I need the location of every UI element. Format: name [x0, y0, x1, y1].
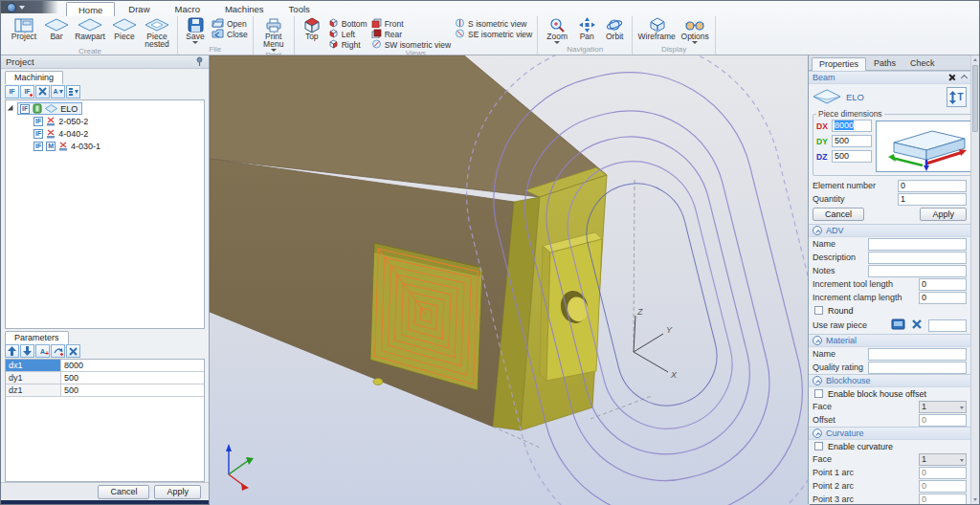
- tab-macro[interactable]: Macro: [164, 2, 212, 16]
- blockhouse-face-select[interactable]: 1: [919, 401, 967, 413]
- blockhouse-face-label: Face: [813, 402, 919, 411]
- enable-curvature-checkbox[interactable]: [814, 442, 823, 450]
- point2-arc-input[interactable]: 0: [919, 480, 967, 493]
- delete-if-icon[interactable]: IF: [20, 85, 34, 99]
- tree-node-child[interactable]: IF M 4-030-1: [6, 140, 204, 152]
- dx-input[interactable]: 8000: [832, 120, 872, 132]
- tree-node-child[interactable]: IF 2-050-2: [6, 115, 204, 127]
- tree-node-child[interactable]: IF 4-040-2: [6, 127, 204, 140]
- save-button[interactable]: Save: [181, 16, 210, 44]
- blockhouse-section-header[interactable]: Blockhouse: [809, 374, 970, 387]
- scroll-up-icon[interactable]: [971, 55, 979, 64]
- dy-input[interactable]: 500: [832, 135, 872, 147]
- view-se-isometric-button[interactable]: SE isometric view: [453, 29, 534, 39]
- apply-button[interactable]: Apply: [154, 485, 201, 499]
- move-down-icon[interactable]: [20, 344, 34, 358]
- increment-tool-length-input[interactable]: 0: [919, 278, 967, 291]
- delete-all-icon[interactable]: [35, 85, 50, 99]
- view-left-button[interactable]: Left: [326, 29, 369, 39]
- options-button[interactable]: Options: [678, 16, 712, 44]
- ribbon-body: Project Bar Rawpart: [1, 16, 979, 55]
- tab-machining[interactable]: Machining: [5, 71, 63, 84]
- tab-draw[interactable]: Draw: [117, 2, 161, 16]
- curvature-face-select[interactable]: 1: [919, 453, 967, 466]
- piece-nested-button[interactable]: Piece nested: [140, 16, 174, 48]
- curvature-section-header[interactable]: Curvature: [809, 427, 970, 440]
- pin-icon[interactable]: [195, 56, 204, 68]
- cancel-button[interactable]: Cancel: [98, 485, 149, 499]
- add-parameter-icon[interactable]: A+: [35, 344, 50, 358]
- increment-clamp-length-input[interactable]: 0: [919, 292, 967, 304]
- save-button-label: Save: [186, 33, 204, 40]
- point1-arc-input[interactable]: 0: [919, 467, 967, 479]
- orbit-button[interactable]: Orbit: [600, 16, 629, 40]
- parameter-row[interactable]: dx1 8000: [6, 360, 204, 372]
- parameter-row[interactable]: dy1 500: [6, 372, 204, 384]
- dz-input[interactable]: 500: [832, 150, 872, 163]
- material-name-input[interactable]: [868, 348, 967, 361]
- raw-piece-input[interactable]: [928, 319, 967, 332]
- notes-input[interactable]: [868, 265, 967, 277]
- apply-button[interactable]: Apply: [920, 208, 967, 221]
- tree-expander-icon[interactable]: [8, 104, 15, 112]
- rawpart-button[interactable]: Rawpart: [71, 16, 109, 40]
- element-number-input[interactable]: 0: [898, 180, 967, 192]
- collapse-chevron-icon[interactable]: [961, 74, 968, 80]
- sort-ascending-icon[interactable]: A: [51, 85, 65, 99]
- scrollbar-thumb[interactable]: [972, 65, 978, 132]
- tab-home[interactable]: Home: [66, 2, 115, 16]
- view-top-button[interactable]: Top: [298, 16, 326, 40]
- insert-if-icon[interactable]: IF: [5, 85, 19, 99]
- piece-button[interactable]: Piece: [109, 16, 140, 40]
- tab-tools[interactable]: Tools: [278, 2, 322, 16]
- tree-node-elo-selection[interactable]: IF ELO: [17, 102, 82, 115]
- sort-descending-icon[interactable]: [66, 85, 80, 99]
- raw-piece-clear-icon[interactable]: [911, 318, 923, 332]
- view-rear-button[interactable]: Rear: [369, 29, 453, 39]
- beam-section-header[interactable]: Beam: [809, 71, 970, 84]
- view-bottom-button[interactable]: Bottom: [326, 18, 369, 29]
- adv-section-header[interactable]: ADV: [809, 224, 970, 237]
- point3-arc-input[interactable]: 0: [919, 494, 967, 505]
- project-button[interactable]: Project: [6, 16, 42, 40]
- tree-node-elo[interactable]: IF ELO: [6, 102, 204, 115]
- wireframe-button[interactable]: Wireframe: [635, 16, 678, 40]
- cancel-button[interactable]: Cancel: [813, 208, 864, 221]
- move-up-icon[interactable]: [5, 344, 19, 358]
- parameter-value[interactable]: 8000: [61, 360, 204, 371]
- round-checkbox[interactable]: [814, 306, 823, 315]
- tab-paths[interactable]: Paths: [867, 57, 902, 71]
- zoom-button[interactable]: Zoom: [541, 16, 573, 44]
- view-right-button[interactable]: Right: [326, 39, 369, 50]
- pan-button[interactable]: Pan: [573, 16, 600, 40]
- material-section-header[interactable]: Material: [809, 334, 970, 347]
- tab-check[interactable]: Check: [903, 57, 942, 71]
- 3d-viewport[interactable]: Z Y X: [210, 55, 808, 504]
- parameter-value[interactable]: 500: [61, 372, 204, 384]
- scroll-down-icon[interactable]: [971, 495, 979, 504]
- app-menu-button[interactable]: [1, 1, 58, 13]
- quantity-input[interactable]: 1: [898, 193, 967, 206]
- description-input[interactable]: [868, 252, 967, 264]
- view-s-isometric-button[interactable]: S isometric view: [453, 18, 534, 29]
- close-icon[interactable]: [947, 74, 955, 81]
- name-input[interactable]: [868, 238, 967, 251]
- enable-blockhouse-checkbox[interactable]: [814, 389, 823, 398]
- close-button[interactable]: Close: [210, 29, 250, 39]
- open-button[interactable]: Open: [210, 18, 250, 29]
- parameter-row[interactable]: dz1 500: [6, 384, 204, 397]
- tab-machines[interactable]: Machines: [213, 2, 276, 16]
- properties-scrollbar[interactable]: [970, 55, 979, 504]
- orient-piece-button[interactable]: T: [947, 87, 967, 107]
- tab-parameters[interactable]: Parameters: [5, 331, 69, 344]
- delete-parameter-icon[interactable]: [66, 344, 80, 358]
- bar-button[interactable]: Bar: [42, 16, 71, 40]
- rename-parameter-icon[interactable]: [51, 344, 65, 358]
- print-menu-button[interactable]: Print Menu: [256, 16, 291, 52]
- parameter-value[interactable]: 500: [61, 384, 204, 396]
- raw-piece-browse-icon[interactable]: [891, 318, 905, 332]
- view-front-button[interactable]: Front: [369, 18, 453, 29]
- tab-properties[interactable]: Properties: [812, 57, 866, 71]
- blockhouse-offset-input[interactable]: 0: [919, 414, 967, 427]
- quality-rating-input[interactable]: [868, 362, 967, 374]
